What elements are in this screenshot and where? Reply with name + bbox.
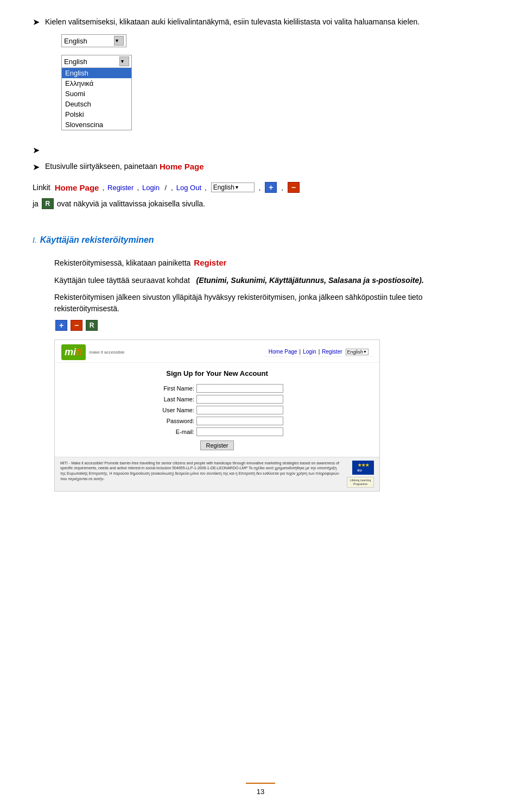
form-submit-row: Register [66, 440, 368, 450]
screenshot-lang-arrow: ▼ [363, 350, 367, 354]
screenshot-nav-login[interactable]: Login [303, 349, 316, 355]
lifelong-learning-badge: Lifelong Learning Programme [347, 477, 374, 488]
nav-sep-4: , [205, 184, 207, 192]
form-row-firstname: First Name: [66, 384, 368, 393]
mit-tagline: make it accessible [89, 350, 124, 355]
etusivulle-text: Etusivulle siirtyäkseen, painetaan [45, 161, 157, 172]
plus-button[interactable]: + [265, 182, 277, 193]
screenshot-nav-lang[interactable]: English ▼ [346, 349, 368, 355]
footer-logos: ★★★ EU Lifelong Learning Programme [347, 461, 374, 488]
small-r-button[interactable]: R [86, 320, 98, 331]
links-container: Linkit Home Page , Register , Login / , … [33, 182, 488, 209]
eu-badge-text: EU [358, 468, 369, 473]
nav-sep-2: , [137, 184, 139, 192]
form-label-lastname: Last Name: [151, 396, 194, 402]
eu-flag-stars: ★★★ [358, 462, 369, 468]
links-label: Linkit [33, 183, 50, 192]
nav-home-link[interactable]: Home Page [55, 183, 99, 192]
screenshot-nav: Home Page | Login | Register English ▼ [263, 348, 373, 357]
form-label-username: User Name: [151, 407, 194, 413]
language-dropdown-open: English ▼ English Ελληνικά Suomi Deutsch… [61, 55, 132, 130]
eu-badge: ★★★ EU [352, 461, 374, 475]
screenshot-mockup: mi t! make it accessible Home Page | Log… [54, 339, 380, 492]
nav-sep-3: , [171, 184, 173, 192]
sub-bullet-3-text: Rekisteröitymisen jälkeen sivuston ylläp… [54, 293, 423, 313]
form-row-email: E-mail: [66, 427, 368, 436]
nav-logout-link[interactable]: Log Out [176, 184, 201, 192]
form-label-firstname: First Name: [151, 385, 194, 392]
form-input-email[interactable] [196, 427, 283, 436]
ja-section: ja R ovat näkyviä ja valittavissa jokais… [33, 198, 488, 209]
small-toolbar: + − R [54, 320, 488, 331]
form-submit-button[interactable]: Register [200, 440, 234, 450]
sub-bullet-2-fields: (Etunimi, Sukunimi, Käyttäjätunnus, Sala… [196, 276, 424, 285]
nav-lang-value: English [213, 184, 234, 191]
screenshot-nav-home[interactable]: Home Page [269, 349, 297, 355]
screenshot-header: mi t! make it accessible Home Page | Log… [55, 340, 379, 363]
ja-suffix: ovat näkyviä ja valittavissa jokaisella … [57, 199, 205, 208]
section-roman: I. [33, 236, 37, 244]
dropdown-open-header[interactable]: English ▼ [62, 55, 131, 68]
screenshot-body: Sign Up for Your New Account First Name:… [55, 363, 379, 457]
nav-sep-5: , [259, 184, 261, 192]
screenshot-nav-sep1: | [300, 349, 301, 355]
lang-option-suomi[interactable]: Suomi [62, 89, 131, 99]
dropdown-open-header-value: English [64, 58, 117, 66]
homepage-button-image[interactable]: Home Page [160, 162, 204, 171]
arrow-bullet-1: ➤ [33, 17, 40, 27]
mit-logo: mi t! make it accessible [61, 344, 124, 360]
form-input-username[interactable] [196, 406, 283, 414]
form-input-password[interactable] [196, 417, 283, 425]
bullet-section-2-empty: ➤ [33, 144, 488, 155]
nav-login-link[interactable]: Login [142, 184, 160, 192]
page-footer: 13 [0, 783, 521, 796]
form-row-lastname: Last Name: [66, 395, 368, 404]
dropdown-closed-value: English [64, 37, 112, 45]
ja-text: ja [33, 199, 39, 208]
small-minus-button[interactable]: − [71, 320, 82, 331]
nav-register-link[interactable]: Register [107, 184, 134, 192]
sub-bullet-2-prefix: Käyttäjän tulee täyttää seuraavat kohdat [54, 276, 190, 285]
lang-option-greek[interactable]: Ελληνικά [62, 78, 131, 89]
dropdown-closed-arrow[interactable]: ▼ [114, 36, 124, 46]
nav-lang-arrow: ▼ [234, 185, 252, 190]
dropdown-open-arrow[interactable]: ▼ [119, 56, 129, 66]
lang-option-english[interactable]: English [62, 68, 131, 78]
mit-logo-exclaim: t! [76, 347, 82, 358]
section-heading: Käyttäjän rekisteröityminen [40, 235, 154, 245]
nav-lang-dropdown[interactable]: English ▼ [211, 182, 255, 192]
sub-bullet-3: Rekisteröitymisen jälkeen sivuston ylläp… [54, 292, 488, 314]
section-heading-container: I. Käyttäjän rekisteröityminen [33, 222, 488, 251]
footer-text: MIT! - Make it accessible! Promote barri… [60, 461, 342, 488]
language-dropdown-closed[interactable]: English ▼ [61, 34, 126, 47]
nav-sep-login-slash: / [163, 184, 167, 192]
screenshot-lang-value: English [347, 349, 364, 355]
form-label-email: E-mail: [151, 429, 194, 435]
bullet-section-3: ➤ Etusivulle siirtyäkseen, painetaan Hom… [33, 161, 488, 172]
screenshot-footer: MIT! - Make it accessible! Promote barri… [55, 457, 379, 491]
arrow-bullet-3: ➤ [33, 162, 40, 172]
form-label-password: Password: [151, 418, 194, 424]
form-input-firstname[interactable] [196, 384, 283, 393]
screenshot-nav-sep2: | [319, 349, 320, 355]
links-section: Linkit Home Page , Register , Login / , … [33, 182, 488, 193]
sub-bullet-1: Rekisteröitymisessä, klikataan painikett… [54, 257, 488, 269]
dropdown-closed-container: English ▼ [61, 34, 420, 47]
form-title: Sign Up for Your New Account [66, 369, 368, 377]
form-input-lastname[interactable] [196, 395, 283, 404]
sub-bullet-2: Käyttäjän tulee täyttää seuraavat kohdat… [54, 275, 488, 286]
bullet-text-1: Kielen valitsemiseksi, klikataan auki ki… [45, 16, 420, 28]
minus-button[interactable]: − [288, 182, 300, 193]
r-button[interactable]: R [42, 198, 54, 209]
nav-sep-1: , [102, 184, 104, 192]
nav-sep-6: , [281, 184, 283, 192]
screenshot-nav-register[interactable]: Register [322, 349, 342, 355]
form-row-username: User Name: [66, 406, 368, 414]
lang-option-deutsch[interactable]: Deutsch [62, 99, 131, 109]
small-plus-button[interactable]: + [55, 320, 67, 331]
lang-option-slovenscina[interactable]: Slovenscina [62, 119, 131, 130]
mit-logo-text: mi [65, 347, 76, 358]
page-number: 13 [246, 785, 275, 798]
lang-option-polski[interactable]: Polski [62, 109, 131, 119]
register-button-image[interactable]: Register [194, 257, 226, 269]
